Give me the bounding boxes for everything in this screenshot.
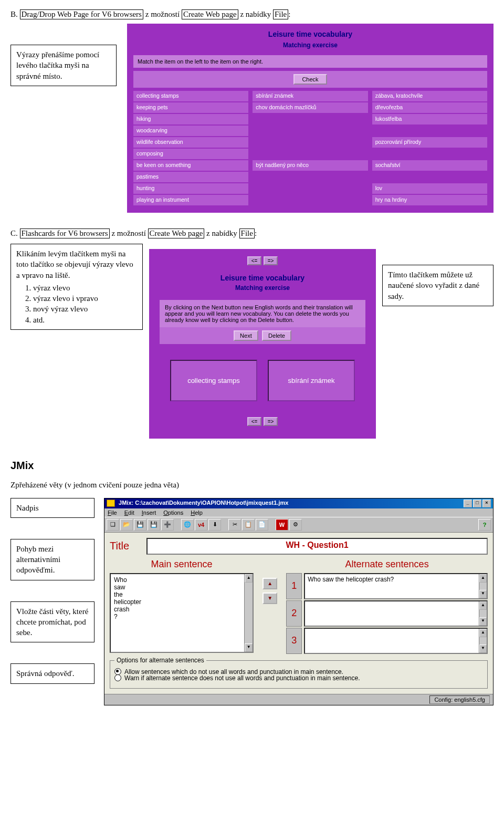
scrollbar[interactable]: ▲▼ bbox=[479, 601, 487, 626]
mid-item[interactable]: být nadšený pro něco bbox=[253, 160, 368, 171]
right-item[interactable]: hry na hrdiny bbox=[372, 195, 487, 205]
menu-options[interactable]: Options bbox=[163, 510, 183, 516]
left-item[interactable]: hiking bbox=[133, 114, 248, 124]
minimize-button[interactable]: _ bbox=[464, 500, 472, 507]
mid-empty bbox=[253, 183, 368, 194]
nav-prev-button[interactable]: <= bbox=[247, 256, 262, 265]
nav-next-button[interactable]: => bbox=[264, 256, 278, 265]
help-icon[interactable]: ? bbox=[478, 519, 491, 531]
shot2-instruction: By clicking on the Next button new Engli… bbox=[160, 300, 365, 327]
right-item[interactable]: sochařství bbox=[372, 160, 487, 171]
copy-icon[interactable]: 📋 bbox=[242, 519, 255, 531]
scrollbar[interactable]: ▲▼ bbox=[244, 574, 253, 652]
left-item[interactable]: pastimes bbox=[133, 172, 248, 182]
cut-icon[interactable]: ✂ bbox=[228, 519, 241, 531]
delete-button[interactable]: Delete bbox=[262, 330, 291, 341]
callout-drag-drop: Výrazy přenášíme pomocí levého tlačítka … bbox=[10, 45, 117, 86]
shot2-subtitle: Matching exercise bbox=[160, 284, 365, 292]
mid-empty bbox=[253, 126, 368, 136]
mid-empty bbox=[253, 172, 368, 182]
right-item[interactable]: lukostřelba bbox=[372, 114, 487, 124]
screenshot-matching-exercise: Leisure time vocabulary Matching exercis… bbox=[127, 24, 494, 213]
left-item[interactable]: collecting stamps bbox=[133, 91, 248, 101]
move-up-button[interactable]: ▲ bbox=[262, 578, 277, 589]
menu-edit[interactable]: Edit bbox=[124, 510, 134, 516]
callout-vlozte-text: Vložte části věty, které chcete promícha… bbox=[16, 607, 88, 637]
menu-help[interactable]: Help bbox=[191, 510, 203, 516]
shot1-subtitle: Matching exercise bbox=[133, 41, 487, 49]
w-icon[interactable]: W bbox=[276, 519, 288, 531]
statusbar: Config: english5.cfg bbox=[104, 694, 493, 705]
nav-prev-button-bottom[interactable]: <= bbox=[247, 417, 262, 426]
paste-icon[interactable]: 📄 bbox=[256, 519, 268, 531]
menu-file[interactable]: File bbox=[108, 510, 117, 516]
close-button[interactable]: × bbox=[482, 500, 491, 507]
mid-item[interactable]: sbírání známek bbox=[253, 91, 368, 101]
radio-warn-label: Warn if alternate sentence does not use … bbox=[124, 674, 360, 682]
callout-flashcards-right: Tímto tlačítkem můžete už naučené slovo … bbox=[382, 265, 494, 306]
alt-input-2[interactable]: ▲▼ bbox=[304, 600, 488, 627]
append-icon[interactable]: ➕ bbox=[161, 519, 174, 531]
window-body: Title WH - Question1 Main sentence Who s… bbox=[104, 533, 493, 694]
left-item[interactable]: hunting bbox=[133, 183, 248, 194]
window-toolbar: ❏ 📂 💾 💾 ➕ 🌐 v4 ⬇ ✂ 📋 📄 W ⚙ bbox=[104, 517, 493, 533]
scrollbar[interactable]: ▲▼ bbox=[479, 629, 487, 653]
sec-c-box2: Create Web page bbox=[148, 228, 205, 238]
mid-item[interactable]: chov domácích mazlíčků bbox=[253, 102, 368, 113]
sec-b-box2: Create Web page bbox=[182, 9, 238, 19]
right-item[interactable]: pozorování přírody bbox=[372, 137, 487, 148]
left-item[interactable]: composing bbox=[133, 149, 248, 159]
export-web-icon[interactable]: 🌐 bbox=[181, 519, 194, 531]
next-button[interactable]: Next bbox=[234, 330, 258, 341]
section-c-heading: C. Flashcards for V6 browsers z možností… bbox=[10, 228, 494, 238]
alt-input-3[interactable]: ▲▼ bbox=[304, 628, 488, 654]
right-item[interactable]: zábava, kratochvíle bbox=[372, 91, 487, 101]
left-item[interactable]: playing an instrument bbox=[133, 195, 248, 205]
sec-c-suffix: : bbox=[255, 229, 257, 237]
right-item[interactable]: lov bbox=[372, 183, 487, 194]
saveas-icon[interactable]: 💾 bbox=[148, 519, 160, 531]
radio-warn[interactable]: Warn if alternate sentence does not use … bbox=[114, 674, 483, 682]
new-icon[interactable]: ❏ bbox=[107, 519, 119, 531]
sec-c-mid2: z nabídky bbox=[204, 229, 239, 237]
maximize-button[interactable]: □ bbox=[473, 500, 481, 507]
save-icon[interactable]: 💾 bbox=[134, 519, 146, 531]
left-item[interactable]: wildlife observation bbox=[133, 137, 248, 148]
main-sentence-label: Main sentence bbox=[110, 559, 254, 570]
window-title: JMix: C:\zachovat\Dokumenty\OAPION\Hotpo… bbox=[119, 500, 288, 506]
flashcard-right: sbírání známek bbox=[268, 360, 355, 401]
left-item[interactable]: keeping pets bbox=[133, 102, 248, 113]
screenshot-flashcards: <= => Leisure time vocabulary Matching e… bbox=[149, 249, 376, 439]
callout-c-li: atd. bbox=[33, 315, 137, 325]
shot1-mid-col: sbírání známek chov domácích mazlíčků bý… bbox=[253, 91, 368, 206]
check-button[interactable]: Check bbox=[293, 74, 327, 85]
nav-next-button-bottom[interactable]: => bbox=[264, 417, 278, 426]
callout-pohyb-text: Pohyb mezi alternativními odpověďmi. bbox=[16, 545, 60, 575]
mid-empty bbox=[253, 137, 368, 148]
config-status: Config: english5.cfg bbox=[429, 695, 490, 704]
sec-c-box1: Flashcards for V6 browsers bbox=[20, 228, 110, 238]
print-icon[interactable]: ⬇ bbox=[208, 519, 221, 531]
open-icon[interactable]: 📂 bbox=[120, 519, 133, 531]
window-menu: File Edit Insert Options Help bbox=[104, 508, 493, 517]
jmix-window: JMix: C:\zachovat\Dokumenty\OAPION\Hotpo… bbox=[104, 498, 494, 705]
main-sentence-textarea[interactable]: Who saw the helicopter crash ?▲▼ bbox=[110, 573, 254, 653]
options-legend: Options for alternate sentences bbox=[114, 657, 206, 664]
alt-input-1[interactable]: Who saw the helicopter crash?▲▼ bbox=[304, 573, 488, 599]
left-item[interactable]: be keen on something bbox=[133, 160, 248, 171]
alt-text-1: Who saw the helicopter crash? bbox=[308, 576, 394, 583]
v4-icon[interactable]: v4 bbox=[195, 519, 207, 531]
left-item[interactable]: woodcarving bbox=[133, 126, 248, 136]
sec-b-prefix: B. bbox=[10, 10, 18, 18]
scrollbar[interactable]: ▲▼ bbox=[479, 574, 487, 598]
callout-c-li: nový výraz vlevo bbox=[33, 304, 137, 314]
callout-c-intro: Klikáním levým tlačítkem myši na toto tl… bbox=[16, 248, 137, 280]
config-icon[interactable]: ⚙ bbox=[289, 519, 302, 531]
title-input[interactable]: WH - Question1 bbox=[146, 538, 488, 555]
right-item[interactable]: dřevořezba bbox=[372, 102, 487, 113]
sec-c-mid: z možností bbox=[111, 229, 148, 237]
window-titlebar[interactable]: JMix: C:\zachovat\Dokumenty\OAPION\Hotpo… bbox=[104, 498, 493, 508]
move-down-button[interactable]: ▼ bbox=[262, 593, 277, 604]
callout-c-right-text: Tímto tlačítkem můžete už naučené slovo … bbox=[388, 271, 479, 300]
menu-insert[interactable]: Insert bbox=[142, 510, 156, 516]
